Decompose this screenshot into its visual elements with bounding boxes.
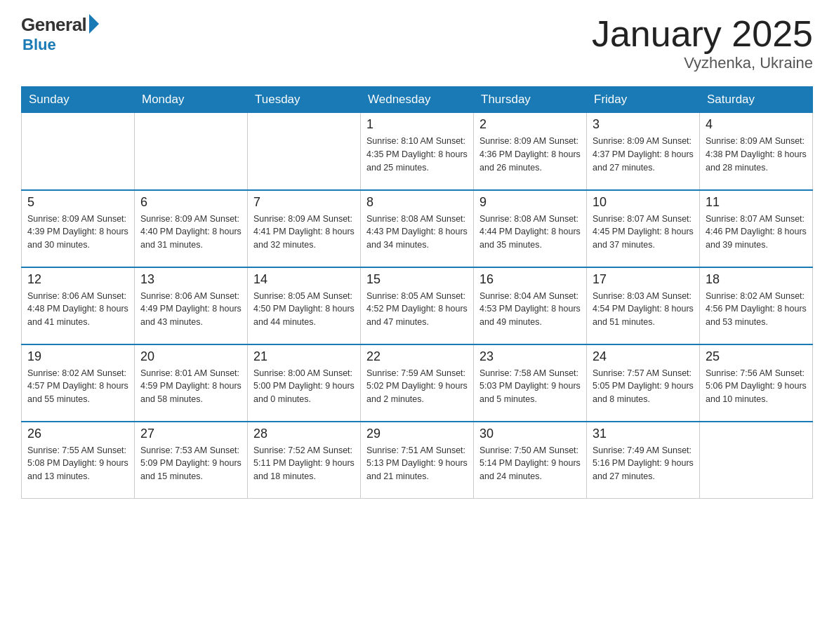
day-number: 28 [253, 427, 355, 441]
day-info: Sunrise: 8:07 AM Sunset: 4:46 PM Dayligh… [706, 213, 807, 252]
calendar-cell: 2Sunrise: 8:09 AM Sunset: 4:36 PM Daylig… [474, 113, 587, 190]
day-number: 13 [140, 272, 241, 287]
day-number: 30 [479, 427, 581, 441]
calendar-week-row: 26Sunrise: 7:55 AM Sunset: 5:08 PM Dayli… [22, 422, 813, 499]
day-info: Sunrise: 7:49 AM Sunset: 5:16 PM Dayligh… [593, 444, 694, 483]
day-info: Sunrise: 7:53 AM Sunset: 5:09 PM Dayligh… [140, 444, 241, 483]
logo-general-text: General [21, 14, 86, 36]
calendar-cell: 19Sunrise: 8:02 AM Sunset: 4:57 PM Dayli… [22, 344, 135, 422]
day-info: Sunrise: 8:05 AM Sunset: 4:50 PM Dayligh… [253, 290, 355, 329]
day-info: Sunrise: 8:09 AM Sunset: 4:40 PM Dayligh… [140, 213, 241, 252]
day-info: Sunrise: 7:51 AM Sunset: 5:13 PM Dayligh… [366, 444, 468, 483]
calendar-cell: 7Sunrise: 8:09 AM Sunset: 4:41 PM Daylig… [248, 190, 361, 267]
calendar-location: Vyzhenka, Ukraine [592, 54, 813, 72]
day-info: Sunrise: 8:02 AM Sunset: 4:57 PM Dayligh… [27, 367, 128, 406]
day-info: Sunrise: 7:55 AM Sunset: 5:08 PM Dayligh… [27, 444, 128, 483]
day-number: 16 [479, 272, 581, 287]
day-number: 10 [593, 195, 694, 210]
day-number: 24 [593, 349, 694, 364]
day-info: Sunrise: 7:59 AM Sunset: 5:02 PM Dayligh… [366, 367, 468, 406]
calendar-cell: 8Sunrise: 8:08 AM Sunset: 4:43 PM Daylig… [361, 190, 474, 267]
calendar-cell: 9Sunrise: 8:08 AM Sunset: 4:44 PM Daylig… [474, 190, 587, 267]
day-info: Sunrise: 8:09 AM Sunset: 4:38 PM Dayligh… [706, 135, 807, 174]
day-number: 17 [593, 272, 694, 287]
calendar-cell: 18Sunrise: 8:02 AM Sunset: 4:56 PM Dayli… [700, 267, 813, 344]
day-info: Sunrise: 8:06 AM Sunset: 4:48 PM Dayligh… [27, 290, 128, 329]
day-info: Sunrise: 8:02 AM Sunset: 4:56 PM Dayligh… [706, 290, 807, 329]
calendar-table: SundayMondayTuesdayWednesdayThursdayFrid… [21, 86, 813, 499]
day-number: 21 [253, 349, 355, 364]
weekday-header-sunday: Sunday [22, 87, 135, 113]
calendar-cell [135, 113, 248, 190]
weekday-header-friday: Friday [587, 87, 700, 113]
day-number: 20 [140, 349, 241, 364]
weekday-header-row: SundayMondayTuesdayWednesdayThursdayFrid… [22, 87, 813, 113]
day-info: Sunrise: 7:52 AM Sunset: 5:11 PM Dayligh… [253, 444, 355, 483]
day-info: Sunrise: 7:58 AM Sunset: 5:03 PM Dayligh… [479, 367, 581, 406]
day-info: Sunrise: 8:04 AM Sunset: 4:53 PM Dayligh… [479, 290, 581, 329]
calendar-week-row: 19Sunrise: 8:02 AM Sunset: 4:57 PM Dayli… [22, 344, 813, 422]
page-header: General Blue January 2025 Vyzhenka, Ukra… [21, 14, 813, 72]
day-number: 6 [140, 195, 241, 210]
day-number: 12 [27, 272, 128, 287]
day-number: 19 [27, 349, 128, 364]
day-info: Sunrise: 7:56 AM Sunset: 5:06 PM Dayligh… [706, 367, 807, 406]
day-number: 29 [366, 427, 468, 441]
day-number: 4 [706, 117, 807, 132]
day-number: 9 [479, 195, 581, 210]
calendar-cell: 30Sunrise: 7:50 AM Sunset: 5:14 PM Dayli… [474, 422, 587, 499]
day-info: Sunrise: 8:05 AM Sunset: 4:52 PM Dayligh… [366, 290, 468, 329]
calendar-cell: 28Sunrise: 7:52 AM Sunset: 5:11 PM Dayli… [248, 422, 361, 499]
day-number: 7 [253, 195, 355, 210]
calendar-cell: 24Sunrise: 7:57 AM Sunset: 5:05 PM Dayli… [587, 344, 700, 422]
day-info: Sunrise: 8:06 AM Sunset: 4:49 PM Dayligh… [140, 290, 241, 329]
day-info: Sunrise: 8:09 AM Sunset: 4:36 PM Dayligh… [479, 135, 581, 174]
calendar-cell: 23Sunrise: 7:58 AM Sunset: 5:03 PM Dayli… [474, 344, 587, 422]
day-number: 18 [706, 272, 807, 287]
calendar-cell: 15Sunrise: 8:05 AM Sunset: 4:52 PM Dayli… [361, 267, 474, 344]
day-info: Sunrise: 7:57 AM Sunset: 5:05 PM Dayligh… [593, 367, 694, 406]
calendar-cell: 14Sunrise: 8:05 AM Sunset: 4:50 PM Dayli… [248, 267, 361, 344]
day-info: Sunrise: 8:01 AM Sunset: 4:59 PM Dayligh… [140, 367, 241, 406]
calendar-cell: 20Sunrise: 8:01 AM Sunset: 4:59 PM Dayli… [135, 344, 248, 422]
day-info: Sunrise: 8:00 AM Sunset: 5:00 PM Dayligh… [253, 367, 355, 406]
calendar-cell: 3Sunrise: 8:09 AM Sunset: 4:37 PM Daylig… [587, 113, 700, 190]
day-number: 15 [366, 272, 468, 287]
calendar-cell: 5Sunrise: 8:09 AM Sunset: 4:39 PM Daylig… [22, 190, 135, 267]
day-number: 2 [479, 117, 581, 132]
day-number: 8 [366, 195, 468, 210]
calendar-cell: 17Sunrise: 8:03 AM Sunset: 4:54 PM Dayli… [587, 267, 700, 344]
calendar-cell: 1Sunrise: 8:10 AM Sunset: 4:35 PM Daylig… [361, 113, 474, 190]
day-number: 31 [593, 427, 694, 441]
calendar-week-row: 12Sunrise: 8:06 AM Sunset: 4:48 PM Dayli… [22, 267, 813, 344]
day-info: Sunrise: 8:08 AM Sunset: 4:43 PM Dayligh… [366, 213, 468, 252]
day-info: Sunrise: 8:09 AM Sunset: 4:37 PM Dayligh… [593, 135, 694, 174]
day-number: 22 [366, 349, 468, 364]
calendar-cell: 4Sunrise: 8:09 AM Sunset: 4:38 PM Daylig… [700, 113, 813, 190]
weekday-header-wednesday: Wednesday [361, 87, 474, 113]
weekday-header-thursday: Thursday [474, 87, 587, 113]
logo-blue-text: Blue [22, 36, 56, 54]
calendar-cell: 21Sunrise: 8:00 AM Sunset: 5:00 PM Dayli… [248, 344, 361, 422]
day-number: 14 [253, 272, 355, 287]
calendar-cell: 22Sunrise: 7:59 AM Sunset: 5:02 PM Dayli… [361, 344, 474, 422]
day-info: Sunrise: 8:09 AM Sunset: 4:41 PM Dayligh… [253, 213, 355, 252]
weekday-header-tuesday: Tuesday [248, 87, 361, 113]
calendar-cell: 25Sunrise: 7:56 AM Sunset: 5:06 PM Dayli… [700, 344, 813, 422]
day-number: 1 [366, 117, 468, 132]
calendar-cell: 26Sunrise: 7:55 AM Sunset: 5:08 PM Dayli… [22, 422, 135, 499]
calendar-cell: 31Sunrise: 7:49 AM Sunset: 5:16 PM Dayli… [587, 422, 700, 499]
day-info: Sunrise: 7:50 AM Sunset: 5:14 PM Dayligh… [479, 444, 581, 483]
day-info: Sunrise: 8:07 AM Sunset: 4:45 PM Dayligh… [593, 213, 694, 252]
weekday-header-monday: Monday [135, 87, 248, 113]
calendar-cell: 6Sunrise: 8:09 AM Sunset: 4:40 PM Daylig… [135, 190, 248, 267]
day-number: 3 [593, 117, 694, 132]
calendar-title: January 2025 [592, 14, 813, 54]
day-number: 25 [706, 349, 807, 364]
logo-triangle-icon [89, 14, 99, 34]
calendar-cell [22, 113, 135, 190]
calendar-cell: 10Sunrise: 8:07 AM Sunset: 4:45 PM Dayli… [587, 190, 700, 267]
logo: General Blue [21, 14, 99, 54]
calendar-week-row: 5Sunrise: 8:09 AM Sunset: 4:39 PM Daylig… [22, 190, 813, 267]
day-info: Sunrise: 8:10 AM Sunset: 4:35 PM Dayligh… [366, 135, 468, 174]
